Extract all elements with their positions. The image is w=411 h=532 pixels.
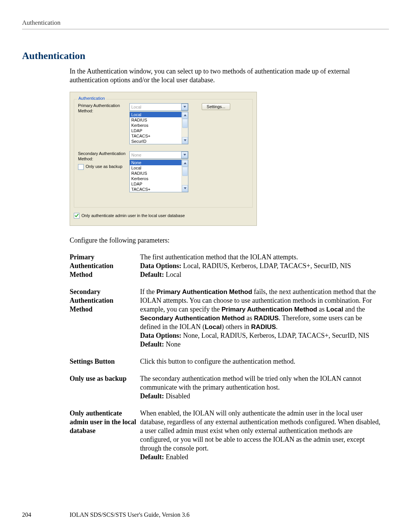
- param-data-opts-label: Data Options:: [140, 262, 182, 270]
- param-desc: If the: [140, 288, 156, 296]
- param-data-opts: Local, RADIUS, Kerberos, LDAP, TACACS+, …: [182, 262, 351, 270]
- param-default: Disabled: [164, 392, 190, 400]
- chevron-down-icon[interactable]: [182, 185, 188, 192]
- only-backup-label: Only use as backup: [86, 164, 123, 169]
- list-item[interactable]: TACACS+: [130, 187, 182, 192]
- param-default: Local: [164, 271, 181, 278]
- param-desc: Click this button to configure the authe…: [140, 358, 295, 365]
- param-desc: ) others in: [221, 323, 251, 331]
- param-desc: The first authentication method that the…: [140, 253, 298, 261]
- config-lead: Configure the following parameters:: [70, 236, 389, 244]
- chevron-down-icon[interactable]: [181, 104, 188, 110]
- param-key-admin: Only authenticate admin user in the loca…: [70, 409, 140, 462]
- page-footer: 204 IOLAN SDS/SCS/STS User's Guide, Vers…: [22, 511, 389, 518]
- param-key-primary: Primary Authentication Method: [70, 253, 140, 279]
- param-desc: Primary Authentication Method: [156, 288, 252, 296]
- param-default-label: Default:: [140, 453, 164, 461]
- param-desc: Secondary Authentication Method: [140, 315, 245, 322]
- intro-paragraph: In the Authentication window, you can se…: [70, 67, 389, 85]
- list-item[interactable]: Kerberos: [130, 123, 182, 128]
- groupbox-label: Authentication: [77, 96, 106, 101]
- list-item[interactable]: TACACS+: [130, 133, 182, 139]
- secondary-auth-listbox[interactable]: None Local RADIUS Kerberos LDAP TACACS+: [129, 160, 188, 192]
- param-desc: RADIUS: [254, 315, 279, 322]
- primary-auth-listbox[interactable]: Local RADIUS Kerberos LDAP TACACS+ Secur…: [129, 112, 188, 144]
- list-item[interactable]: LDAP: [130, 181, 182, 187]
- param-data-opts-label: Data Options:: [140, 332, 182, 339]
- page-number: 204: [22, 511, 70, 518]
- page-title: Authentication: [22, 50, 389, 62]
- param-default-label: Default:: [140, 271, 164, 278]
- list-item[interactable]: None: [130, 160, 182, 165]
- primary-auth-label: Primary Authentication Method:: [78, 103, 129, 114]
- list-item[interactable]: RADIUS: [130, 117, 182, 123]
- param-default: Enabled: [164, 453, 188, 461]
- param-default: None: [164, 340, 181, 348]
- primary-auth-selected: Local: [131, 105, 141, 109]
- list-item[interactable]: RADIUS: [130, 171, 182, 176]
- scrollbar[interactable]: [182, 160, 188, 192]
- list-item[interactable]: Local: [130, 112, 182, 117]
- param-default-label: Default:: [140, 392, 164, 400]
- scrollbar-thumb[interactable]: [182, 167, 188, 176]
- secondary-auth-selected: None: [131, 153, 141, 157]
- param-desc: as: [245, 314, 254, 322]
- param-desc: RADIUS: [251, 323, 276, 331]
- param-desc: The secondary authentication method will…: [140, 375, 361, 391]
- scrollbar-thumb[interactable]: [182, 119, 188, 128]
- list-item[interactable]: Kerberos: [130, 176, 182, 181]
- list-item[interactable]: LDAP: [130, 128, 182, 133]
- param-key-backup: Only use as backup: [70, 374, 140, 401]
- chevron-up-icon[interactable]: [182, 112, 188, 119]
- only-backup-checkbox[interactable]: [78, 164, 84, 170]
- param-key-secondary: Secondary Authentication Method: [70, 288, 140, 349]
- list-item[interactable]: SecurID: [130, 139, 182, 144]
- param-default-label: Default:: [140, 340, 164, 348]
- list-item[interactable]: Local: [130, 165, 182, 171]
- footer-text: IOLAN SDS/SCS/STS User's Guide, Version …: [70, 511, 190, 518]
- param-desc: Local: [326, 306, 343, 313]
- param-desc: as: [317, 305, 326, 313]
- param-desc: and the: [343, 305, 365, 313]
- settings-button[interactable]: Settings...: [202, 103, 230, 110]
- scrollbar[interactable]: [182, 112, 188, 144]
- param-desc: Primary Authentication Method: [221, 306, 317, 313]
- param-desc: When enabled, the IOLAN will only authen…: [140, 409, 380, 452]
- primary-auth-combo[interactable]: Local: [129, 103, 188, 111]
- secondary-auth-label: Secondary Authentication Method:: [78, 151, 129, 162]
- running-head: Authentication: [22, 19, 389, 29]
- param-desc: Local: [205, 323, 221, 331]
- chevron-down-icon[interactable]: [181, 152, 188, 158]
- param-key-settings: Settings Button: [70, 357, 140, 366]
- admin-only-label: Only authenticate admin user in the loca…: [81, 213, 185, 218]
- chevron-up-icon[interactable]: [182, 160, 188, 167]
- param-data-opts: None, Local, RADIUS, Kerberos, LDAP, TAC…: [182, 332, 370, 339]
- admin-only-checkbox[interactable]: [74, 213, 80, 219]
- auth-groupbox: Authentication Primary Authentication Me…: [74, 99, 253, 208]
- chevron-down-icon[interactable]: [182, 137, 188, 144]
- auth-dialog: Authentication Primary Authentication Me…: [70, 92, 257, 226]
- secondary-auth-combo[interactable]: None: [129, 151, 188, 159]
- param-table: Primary Authentication Method The first …: [70, 253, 383, 462]
- param-desc: .: [276, 323, 278, 331]
